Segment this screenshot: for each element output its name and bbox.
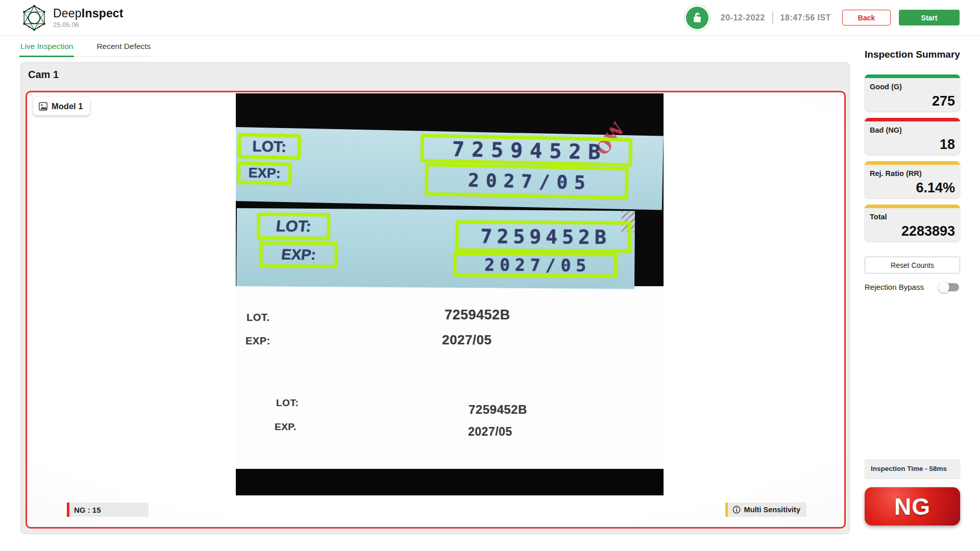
- detection-box-exp-label: EXP:: [237, 162, 292, 185]
- lot-value-text: 7259452B: [480, 225, 610, 248]
- rejection-bypass-toggle[interactable]: [940, 283, 959, 291]
- app-window: DeepInspect 25.05.06 20-12-2022 18:47:56…: [0, 0, 980, 551]
- print-exp-value: 2027/05: [468, 425, 512, 439]
- stat-label: Total: [870, 213, 960, 221]
- detection-box-lot-label: LOT:: [238, 133, 301, 160]
- detection-box-lot-value: 7259452B: [421, 134, 632, 167]
- detection-box-exp-label: EXP:: [259, 241, 337, 268]
- deepinspect-logo-icon: [20, 4, 48, 32]
- print-exp-label: EXP:: [246, 335, 271, 347]
- tab-recent-defects[interactable]: Recent Defects: [95, 39, 152, 57]
- ng-count-text: NG : 15: [74, 506, 101, 514]
- brand-block: DeepInspect 25.05.06: [53, 7, 124, 29]
- header-right-cluster: 20-12-2022 18:47:56 IST Back Start: [686, 7, 960, 29]
- rejection-bypass-row: Rejection Bypass: [865, 283, 960, 291]
- print-lot-label: LOT.: [247, 312, 270, 323]
- app-title: DeepInspect: [53, 7, 124, 20]
- stat-card-good: Good (G) 275: [865, 74, 960, 111]
- app-version: 25.05.06: [53, 21, 124, 29]
- reset-counts-button[interactable]: Reset Counts: [865, 257, 960, 273]
- rejection-bypass-label: Rejection Bypass: [865, 283, 924, 291]
- exp-label-text: EXP:: [248, 165, 281, 182]
- header-divider: [772, 11, 773, 24]
- app-title-bold: Inspect: [82, 7, 124, 20]
- result-status-indicator: NG: [865, 487, 960, 525]
- info-icon: [732, 506, 741, 514]
- multi-sensitivity-badge[interactable]: Multi Sensitivity: [725, 503, 806, 517]
- stat-bar-total: [865, 205, 960, 208]
- camera-title: Cam 1: [28, 69, 59, 81]
- label-strip-middle: LOT: 7259452B EXP: 2027/05: [236, 208, 635, 289]
- toggle-knob: [938, 282, 949, 293]
- print-lot-value: 7259452B: [469, 403, 527, 417]
- stat-value: 6.14%: [916, 180, 955, 196]
- camera-panel: Cam 1 Model 1 OW LOT:: [20, 62, 850, 534]
- stat-bar-bad: [865, 118, 960, 121]
- stat-card-rejection-ratio: Rej. Ratio (RR) 6.14%: [865, 161, 960, 198]
- print-exp-value: 2027/05: [442, 332, 492, 348]
- stat-bar-good: [865, 74, 960, 78]
- print-lot-value: 7259452B: [445, 307, 510, 323]
- lot-label-text: LOT:: [252, 137, 286, 155]
- image-icon: [38, 102, 48, 111]
- print-lot-label: LOT:: [276, 397, 299, 409]
- model-chip[interactable]: Model 1: [33, 97, 90, 115]
- back-button[interactable]: Back: [842, 10, 891, 26]
- tab-live-inspection[interactable]: Live Inspection: [19, 39, 74, 57]
- inspection-summary-sidebar: Inspection Summary Good (G) 275 Bad (NG)…: [865, 49, 960, 291]
- exp-value-text: 2027/05: [484, 255, 591, 275]
- header-date: 20-12-2022: [721, 13, 765, 22]
- inspection-time-card: Inspection Time - 58ms: [865, 459, 960, 478]
- image-black-region-bottom: [236, 469, 664, 495]
- stat-card-total: Total 2283893: [865, 205, 960, 241]
- model-chip-label: Model 1: [52, 102, 83, 111]
- lot-label-text: LOT:: [275, 217, 312, 236]
- summary-title: Inspection Summary: [865, 49, 960, 60]
- camera-viewer: Model 1 OW LOT: 7259452B EXP:: [26, 91, 846, 529]
- header-time: 18:47:56 IST: [780, 13, 831, 22]
- app-title-regular: Deep: [53, 7, 82, 20]
- detection-box-exp-value: 2027/05: [425, 163, 628, 199]
- inspection-image: OW LOT: 7259452B EXP: 2027/05: [236, 93, 664, 495]
- stat-label: Good (G): [870, 83, 960, 91]
- label-strip-top: OW LOT: 7259452B EXP: 2027/05: [236, 127, 664, 210]
- detection-box-lot-label: LOT:: [257, 213, 330, 240]
- ng-count-badge: NG : 15: [67, 503, 149, 517]
- stat-label: Rej. Ratio (RR): [870, 169, 960, 178]
- exp-label-text: EXP:: [280, 246, 316, 263]
- stat-value: 2283893: [901, 223, 955, 239]
- exp-value-text: 2027/05: [468, 170, 593, 193]
- detection-box-exp-value: 2027/05: [453, 252, 617, 278]
- main-tabs: Live Inspection Recent Defects: [19, 39, 152, 57]
- stat-card-bad: Bad (NG) 18: [865, 118, 960, 155]
- lot-value-text: 7259452B: [452, 137, 608, 163]
- detection-box-lot-value: 7259452B: [455, 220, 631, 253]
- app-header: DeepInspect 25.05.06 20-12-2022 18:47:56…: [0, 0, 980, 36]
- stat-bar-rr: [865, 161, 960, 165]
- stat-value: 18: [940, 137, 955, 153]
- unlock-status-icon[interactable]: [686, 7, 708, 29]
- start-button[interactable]: Start: [899, 10, 960, 26]
- stat-value: 275: [932, 93, 955, 109]
- stat-label: Bad (NG): [870, 126, 960, 134]
- print-exp-label: EXP.: [275, 421, 297, 433]
- multi-sensitivity-text: Multi Sensitivity: [744, 506, 800, 514]
